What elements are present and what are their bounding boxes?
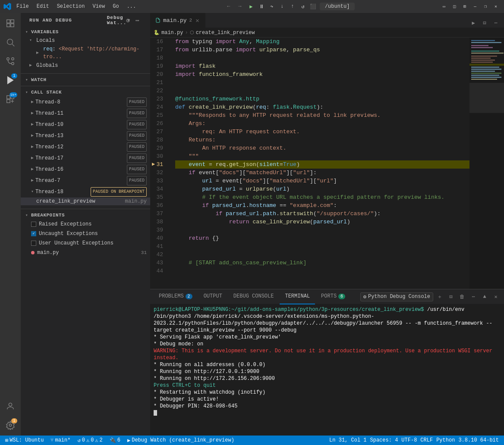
activity-source-control[interactable]	[2, 53, 19, 70]
breadcrumb-file[interactable]: main.py	[161, 30, 183, 36]
activity-debug[interactable]: 1	[2, 72, 19, 89]
terminal-line-3: WARNING: This is a development server. D…	[154, 348, 501, 361]
thread-17[interactable]: ▶Thread-17 PAUSED	[21, 153, 150, 164]
tab-output[interactable]: OUTPUT	[198, 289, 227, 304]
user-uncaught-exceptions-checkbox[interactable]	[31, 241, 36, 246]
thread-7[interactable]: ▶Thread-7 PAUSED	[21, 175, 150, 186]
bp-raised-exceptions[interactable]: Raised Exceptions	[21, 219, 150, 229]
activity-search[interactable]	[2, 34, 19, 51]
code-content[interactable]: from typing import Any, Mapping from url…	[172, 38, 469, 289]
svg-rect-29	[471, 71, 495, 72]
bp-uncaught-exceptions[interactable]: Uncaught Exceptions	[21, 229, 150, 238]
terminal-content[interactable]: pierrick@LAPTOP-HKU5PNNG:~/git/add-ons-s…	[150, 304, 504, 436]
sidebar-more-icon[interactable]: ⋯	[134, 16, 142, 24]
bp-main-py[interactable]: main.py 31	[21, 248, 150, 257]
ln-20: 20	[150, 70, 167, 78]
status-encoding[interactable]: UTF-8	[400, 437, 419, 443]
python-debug-console-btn[interactable]: ⚙ Python Debug Console	[360, 292, 433, 301]
main-py-tab[interactable]: main.py 2 ✕	[150, 13, 206, 28]
locals-item[interactable]: ▾ Locals	[21, 36, 150, 45]
tab-problems[interactable]: PROBLEMS2	[154, 289, 198, 304]
minimize-button[interactable]: —	[470, 2, 480, 11]
tab-debug-console[interactable]: DEBUG CONSOLE	[228, 289, 279, 304]
create-link-preview-frame[interactable]: create_link_preview main.py	[21, 197, 150, 205]
thread-8[interactable]: ▶Thread-8 PAUSED	[21, 97, 150, 108]
thread-12[interactable]: ▶Thread-12 PAUSED	[21, 141, 150, 153]
new-terminal-button[interactable]: ＋	[435, 292, 444, 301]
layout3-icon[interactable]: ⊞	[460, 2, 469, 11]
thread-11[interactable]: ▶Thread-11 PAUSED	[21, 108, 150, 119]
maximize-button[interactable]: ❐	[481, 2, 490, 11]
tab-ports[interactable]: PORTS6	[316, 289, 350, 304]
menu-more[interactable]: ...	[123, 3, 140, 10]
svg-rect-32	[471, 77, 501, 78]
raised-exceptions-checkbox[interactable]	[31, 222, 36, 227]
status-git-branch[interactable]: ⑂ main*	[49, 436, 72, 445]
status-line-ending[interactable]: CRLF	[419, 437, 435, 443]
step-out-button[interactable]: ↑	[288, 2, 297, 11]
svg-rect-34	[469, 83, 504, 113]
bp-user-uncaught-exceptions[interactable]: User Uncaught Exceptions	[21, 238, 150, 248]
status-debug-watch[interactable]: ▶ Debug Watch (create_link_preview)	[126, 436, 236, 445]
split-editor-button[interactable]: ⊟	[480, 18, 489, 28]
status-sync[interactable]: ↺ 0 ⚠ 0 ⚠ 2	[76, 436, 104, 445]
tab-close-button[interactable]: ✕	[195, 17, 200, 24]
menu-selection[interactable]: Selection	[54, 3, 88, 10]
uncaught-exceptions-checkbox[interactable]	[31, 231, 36, 236]
step-into-button[interactable]: ↓	[277, 2, 287, 11]
layout2-icon[interactable]: ◫	[450, 2, 459, 11]
tab-terminal[interactable]: TERMINAL	[280, 289, 315, 304]
run-button[interactable]: ▶	[469, 18, 478, 28]
activity-explorer[interactable]	[2, 15, 19, 32]
status-spaces[interactable]: Spaces: 4	[369, 437, 400, 443]
restart-button[interactable]: ↺	[298, 2, 308, 11]
breakpoints-header[interactable]: ▾ BREAKPOINTS	[21, 211, 150, 219]
svg-rect-16	[471, 40, 495, 41]
menu-view[interactable]: View	[89, 3, 108, 10]
activity-account[interactable]	[2, 398, 19, 415]
status-python-version[interactable]: 3.8.10 64-bit	[457, 437, 501, 443]
ln-21: 21	[150, 78, 167, 87]
variables-header[interactable]: ▾ VARIABLES	[21, 28, 150, 36]
status-line-col[interactable]: Ln 31, Col 1	[328, 437, 368, 443]
editor-more-button[interactable]: ⋯	[491, 18, 501, 28]
ln-16: 16	[150, 38, 167, 46]
thread-18[interactable]: ▾Thread-18 PAUSED ON BREAKPOINT	[21, 186, 150, 197]
close-button[interactable]: ✕	[491, 2, 501, 11]
callstack-header[interactable]: ▾ CALL STACK	[21, 88, 150, 97]
menu-edit[interactable]: Edit	[33, 3, 53, 10]
watch-header[interactable]: ▾ WATCH	[21, 75, 150, 84]
main-container: 1 1k+ 1 RUN	[0, 13, 504, 436]
breadcrumb-symbol[interactable]: create_link_preview	[196, 30, 255, 36]
stop-button[interactable]: ⬛	[309, 2, 318, 11]
thread-10[interactable]: ▶Thread-10 PAUSED	[21, 119, 150, 130]
pause-button[interactable]: ⏸	[257, 2, 266, 11]
menu-go[interactable]: Go	[109, 3, 122, 10]
back-button[interactable]: ←	[224, 2, 233, 11]
status-wsl[interactable]: ⊞ WSL: Ubuntu	[3, 436, 45, 445]
ln-37: 37	[150, 210, 167, 218]
menu-file[interactable]: File	[13, 3, 32, 10]
thread-13[interactable]: ▶Thread-13 PAUSED	[21, 130, 150, 141]
activity-settings[interactable]: 1	[2, 417, 19, 434]
debug-settings-icon[interactable]: ⚙	[124, 16, 132, 24]
svg-rect-28	[471, 69, 501, 69]
status-debug-info[interactable]: 🔌 6	[108, 436, 122, 445]
debug-selector[interactable]: Debug Wat... ▼	[115, 16, 123, 24]
globals-item[interactable]: ▶ Globals	[21, 61, 150, 70]
panel-more-button[interactable]: ⋯	[469, 292, 478, 301]
kill-terminal-button[interactable]: 🗑	[457, 292, 467, 301]
status-language[interactable]: Python	[435, 437, 457, 443]
thread-16[interactable]: ▶Thread-16 PAUSED	[21, 164, 150, 175]
split-terminal-button[interactable]: ⊟	[446, 292, 456, 301]
git-branch-icon: ⑂	[50, 437, 54, 443]
layout-icon[interactable]: ▭	[439, 2, 449, 11]
continue-button[interactable]: ▶	[246, 2, 256, 11]
forward-button[interactable]: →	[235, 2, 245, 11]
panel-close-button[interactable]: ✕	[491, 292, 501, 301]
problems-badge: 2	[186, 294, 192, 299]
panel-maximize-button[interactable]: ▲	[480, 292, 489, 301]
req-variable[interactable]: ▶ req: <Request 'http://charming-tro...	[21, 45, 150, 61]
activity-extensions[interactable]: 1k+	[2, 91, 19, 108]
step-over-button[interactable]: ↷	[267, 2, 277, 11]
